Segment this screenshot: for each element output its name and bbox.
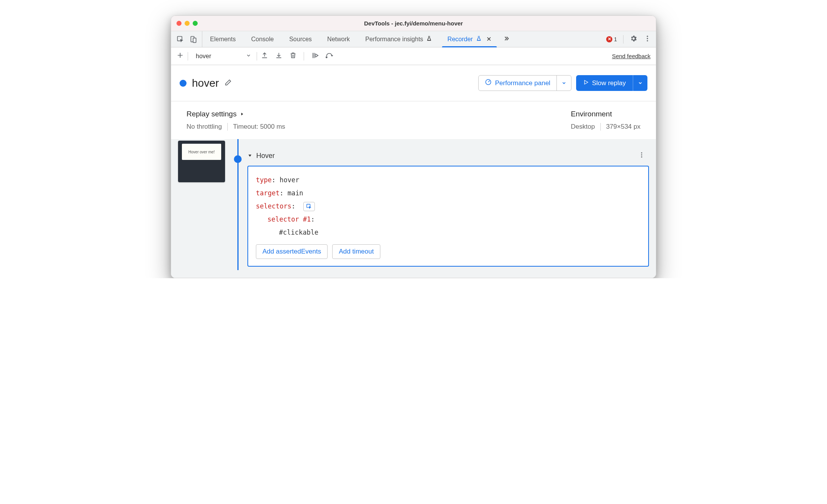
thumbnail-label: Hover over me! xyxy=(188,150,215,154)
panel-tabbar: Elements Console Sources Network Perform… xyxy=(171,31,656,47)
timeline xyxy=(228,139,247,270)
continue-icon[interactable] xyxy=(311,52,319,61)
tab-network[interactable]: Network xyxy=(319,31,358,47)
error-icon: ✕ xyxy=(606,36,612,42)
add-timeout-button[interactable]: Add timeout xyxy=(332,244,380,259)
delete-icon[interactable] xyxy=(289,52,297,60)
export-icon[interactable] xyxy=(261,52,268,60)
maximize-window-button[interactable] xyxy=(193,21,198,26)
steps-area: Hover over me! Hover xyxy=(171,139,656,278)
toolbar-actions xyxy=(261,52,334,61)
send-feedback-link[interactable]: Send feedback xyxy=(612,53,651,59)
error-count: 1 xyxy=(614,36,617,42)
minimize-window-button[interactable] xyxy=(185,21,190,26)
flask-icon xyxy=(426,35,432,43)
step-icon[interactable] xyxy=(326,52,334,61)
add-asserted-events-button[interactable]: Add assertedEvents xyxy=(256,244,328,259)
panel-tabs: Elements Console Sources Network Perform… xyxy=(202,31,514,47)
caret-down-icon xyxy=(247,152,252,160)
step-selector1-label[interactable]: selector #1: xyxy=(256,213,640,226)
tab-sources[interactable]: Sources xyxy=(281,31,319,47)
close-tab-icon[interactable]: ✕ xyxy=(486,35,491,43)
step-thumbnail[interactable]: Hover over me! xyxy=(178,141,225,182)
edit-title-icon[interactable] xyxy=(224,79,232,88)
chevron-right-icon xyxy=(240,110,244,118)
performance-panel-button[interactable]: Performance panel xyxy=(478,75,572,91)
step-selector1-value[interactable]: #clickable xyxy=(256,226,640,239)
new-recording-button[interactable] xyxy=(176,52,184,60)
step-selectors-row[interactable]: selectors: xyxy=(256,200,640,213)
selector-picker-button[interactable] xyxy=(303,202,315,211)
device-toolbar-icon[interactable] xyxy=(190,35,197,43)
performance-panel-dropdown[interactable] xyxy=(556,76,571,91)
record-indicator-icon xyxy=(180,80,187,87)
recording-title: hover xyxy=(192,77,219,89)
devtools-window: DevTools - jec.fyi/demo/menu-hover Eleme… xyxy=(171,15,656,278)
timeline-step-dot[interactable] xyxy=(234,155,242,163)
titlebar: DevTools - jec.fyi/demo/menu-hover xyxy=(171,16,656,31)
chevrons-right-icon xyxy=(503,35,510,44)
throttling-value: No throttling xyxy=(187,123,222,131)
chevron-down-icon xyxy=(246,53,251,60)
svg-point-10 xyxy=(641,156,642,158)
svg-point-4 xyxy=(647,38,648,39)
step-details-card: type: hover target: main selectors: sele… xyxy=(247,166,649,267)
svg-point-3 xyxy=(647,35,648,37)
replay-settings-toggle[interactable]: Replay settings xyxy=(187,110,571,118)
tab-performance-insights[interactable]: Performance insights xyxy=(358,31,440,47)
recording-header: hover Performance panel xyxy=(171,65,656,101)
step-expand-toggle[interactable]: Hover xyxy=(247,152,275,160)
device-value: Desktop xyxy=(571,123,595,131)
error-badge[interactable]: ✕ 1 xyxy=(606,36,617,42)
svg-point-8 xyxy=(641,152,642,153)
slow-replay-button[interactable]: Slow replay xyxy=(576,75,647,91)
recorder-toolbar: hover Send feedback xyxy=(171,47,656,65)
step-target-row[interactable]: target: main xyxy=(256,186,640,200)
settings-row: Replay settings No throttling Timeout: 5… xyxy=(171,101,656,139)
import-icon[interactable] xyxy=(275,52,282,60)
settings-gear-icon[interactable] xyxy=(630,35,637,44)
inspect-controls xyxy=(174,31,202,47)
replay-dropdown[interactable] xyxy=(633,75,647,91)
svg-point-6 xyxy=(326,57,327,58)
tab-console[interactable]: Console xyxy=(244,31,282,47)
step-title: Hover xyxy=(256,152,275,160)
tab-recorder[interactable]: Recorder ✕ xyxy=(440,31,499,47)
more-tabs-button[interactable] xyxy=(499,31,514,47)
close-window-button[interactable] xyxy=(176,21,182,26)
recording-select[interactable]: hover xyxy=(192,53,253,60)
svg-point-5 xyxy=(647,40,648,41)
dimensions-value: 379×534 px xyxy=(606,123,640,131)
svg-point-9 xyxy=(641,155,642,156)
window-controls xyxy=(176,21,198,26)
step-more-menu-icon[interactable] xyxy=(638,151,645,160)
play-icon xyxy=(583,79,589,87)
flask-icon xyxy=(476,35,482,43)
step-header: Hover xyxy=(247,151,649,160)
svg-rect-2 xyxy=(193,38,196,42)
inspect-element-icon[interactable] xyxy=(176,35,184,43)
environment-label: Environment xyxy=(571,110,640,118)
step-type-row[interactable]: type: hover xyxy=(256,173,640,186)
gauge-icon xyxy=(485,79,492,87)
timeout-value: Timeout: 5000 ms xyxy=(233,123,285,131)
tabbar-right: ✕ 1 xyxy=(602,31,656,47)
tab-elements[interactable]: Elements xyxy=(202,31,244,47)
more-menu-icon[interactable] xyxy=(644,35,651,44)
window-title: DevTools - jec.fyi/demo/menu-hover xyxy=(171,20,656,27)
